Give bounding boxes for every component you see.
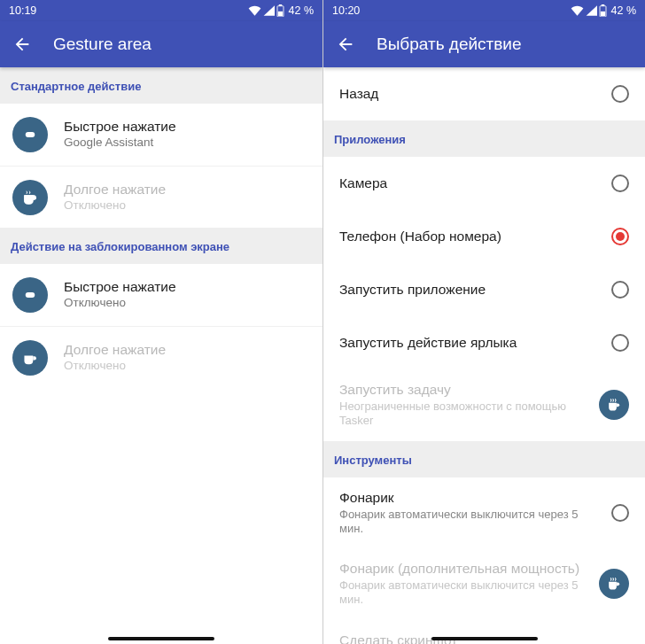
option-label: Камера <box>339 175 601 191</box>
battery-icon <box>276 4 284 17</box>
gesture-long-press[interactable]: Долгое нажатие Отключено <box>0 166 322 228</box>
status-time: 10:19 <box>9 4 248 17</box>
option-sub: Неограниченные возможности с помощью Tas… <box>339 400 588 429</box>
page-title: Gesture area <box>53 35 152 54</box>
status-battery-pct: 42 % <box>289 4 315 17</box>
app-bar: Gesture area <box>0 21 322 67</box>
svg-rect-3 <box>277 12 282 16</box>
item-primary: Долгое нажатие <box>64 182 310 198</box>
svg-rect-4 <box>26 132 35 137</box>
coffee-icon <box>606 577 622 591</box>
screen-gesture-area: 10:19 4 42 % Gesture area Стандартное де… <box>0 0 322 644</box>
option-flashlight-extra[interactable]: Фонарик (дополнительная мощность) Фонари… <box>323 548 645 620</box>
option-label: Запустить приложение <box>339 282 601 298</box>
status-right: 42 % <box>571 4 637 17</box>
item-primary: Быстрое нажатие <box>64 119 310 135</box>
option-sub: Фонарик автоматически выключится через 5… <box>339 508 601 537</box>
svg-rect-7 <box>601 4 604 6</box>
option-label: Запустить задачу <box>339 382 588 398</box>
option-camera[interactable]: Камера <box>323 157 645 210</box>
gesture-quick-press-lock[interactable]: Быстрое нажатие Отключено <box>0 264 322 326</box>
item-secondary: Отключено <box>64 198 310 213</box>
battery-icon <box>599 4 607 17</box>
option-sub: Фонарик автоматически выключится через 5… <box>339 578 588 608</box>
status-time: 10:20 <box>332 4 571 17</box>
arrow-back-icon <box>12 35 32 54</box>
coffee-icon <box>12 340 48 376</box>
option-phone-dialer[interactable]: Телефон (Набор номера) <box>323 210 645 263</box>
coffee-icon <box>12 180 48 215</box>
item-secondary: Отключено <box>64 359 310 374</box>
option-label: Назад <box>339 86 601 102</box>
svg-rect-8 <box>600 12 604 16</box>
page-title: Выбрать действие <box>377 35 522 54</box>
status-battery-pct: 42 % <box>611 4 637 17</box>
gesture-long-press-lock[interactable]: Долгое нажатие Отключено <box>0 326 322 388</box>
radio-icon <box>611 175 629 192</box>
status-bar: 10:19 4 42 % <box>0 0 322 21</box>
item-secondary: Google Assistant <box>64 136 310 151</box>
option-label: Запустить действие ярлыка <box>339 335 601 351</box>
gesture-quick-press[interactable]: Быстрое нажатие Google Assistant <box>0 104 322 166</box>
content: Назад Приложения Камера Телефон (Набор н… <box>323 67 645 644</box>
wifi-icon <box>248 5 261 16</box>
content: Стандартное действие Быстрое нажатие Goo… <box>0 67 322 644</box>
app-bar: Выбрать действие <box>323 21 645 67</box>
svg-rect-2 <box>278 4 282 6</box>
svg-rect-5 <box>26 292 35 298</box>
option-launch-app[interactable]: Запустить приложение <box>323 263 645 316</box>
back-button[interactable] <box>12 35 37 54</box>
premium-badge <box>599 390 629 420</box>
section-header-apps: Приложения <box>323 120 645 157</box>
option-label: Фонарик (дополнительная мощность) <box>339 561 588 577</box>
signal-icon: 4 <box>263 5 275 16</box>
status-bar: 10:20 42 % <box>323 0 645 21</box>
premium-badge <box>599 569 629 599</box>
coffee-icon <box>606 398 622 412</box>
tap-icon <box>12 117 48 152</box>
section-header-lockscreen: Действие на заблокированном экране <box>0 228 322 264</box>
section-header-tools: Инструменты <box>323 441 645 477</box>
signal-icon <box>586 5 597 16</box>
section-header-standard: Стандартное действие <box>0 67 322 104</box>
nav-pill[interactable] <box>431 637 538 640</box>
screen-choose-action: 10:20 42 % Выбрать действие Назад Прилож… <box>322 0 645 644</box>
option-launch-shortcut[interactable]: Запустить действие ярлыка <box>323 316 645 369</box>
tap-icon <box>12 277 48 313</box>
radio-icon <box>611 334 629 352</box>
arrow-back-icon <box>336 35 355 54</box>
svg-text:4: 4 <box>265 6 268 12</box>
status-right: 4 42 % <box>248 4 315 17</box>
wifi-icon <box>571 5 584 16</box>
nav-pill[interactable] <box>108 637 214 640</box>
back-button[interactable] <box>336 35 361 54</box>
item-secondary: Отключено <box>64 296 310 311</box>
item-primary: Быстрое нажатие <box>64 279 310 295</box>
option-flashlight[interactable]: Фонарик Фонарик автоматически выключится… <box>323 477 645 549</box>
option-back[interactable]: Назад <box>323 67 645 120</box>
option-label: Фонарик <box>339 490 601 506</box>
option-label: Телефон (Набор номера) <box>339 229 601 244</box>
radio-icon <box>611 85 629 103</box>
radio-icon <box>611 504 629 522</box>
radio-icon <box>611 228 629 245</box>
item-primary: Долгое нажатие <box>64 342 310 358</box>
option-run-task[interactable]: Запустить задачу Неограниченные возможно… <box>323 369 645 441</box>
radio-icon <box>611 281 629 299</box>
